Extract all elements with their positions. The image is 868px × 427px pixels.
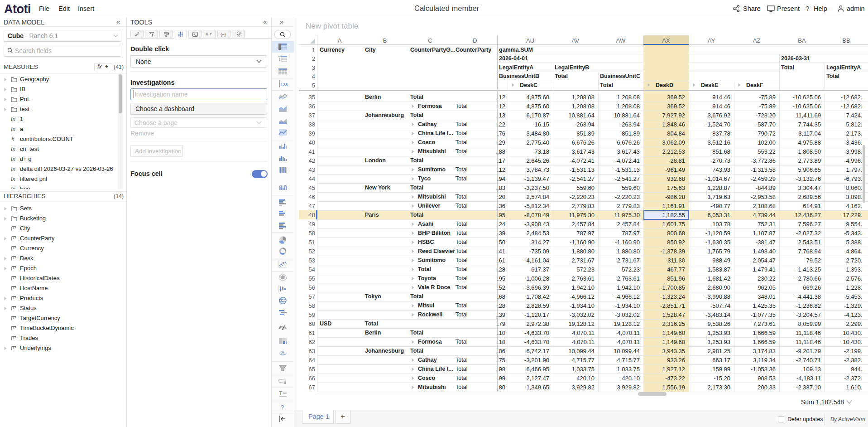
- svg-text:T: T: [279, 390, 283, 397]
- svg-text:123: 123: [281, 82, 288, 87]
- svg-text:?: ?: [281, 404, 284, 411]
